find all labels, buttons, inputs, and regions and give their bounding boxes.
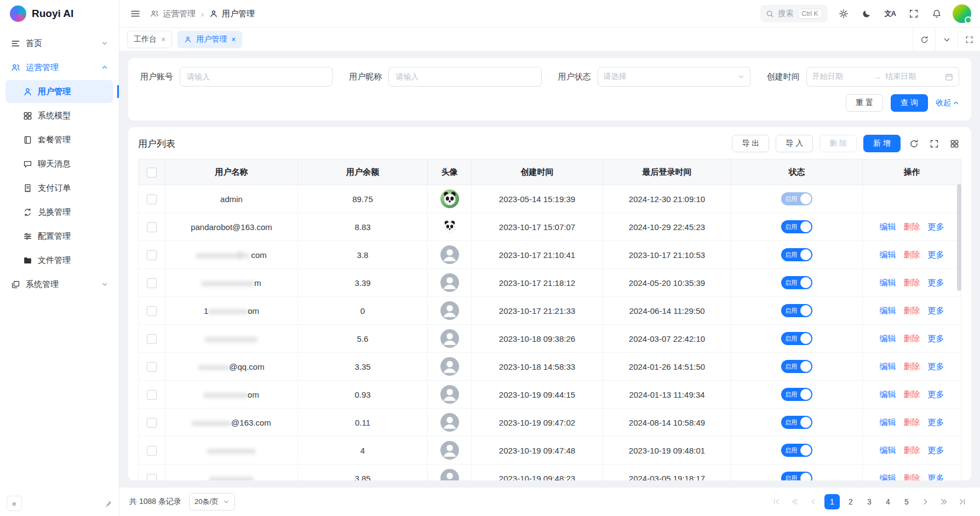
table-fullscreen-icon[interactable] (927, 137, 941, 151)
close-icon[interactable]: × (161, 36, 165, 43)
status-toggle[interactable]: 启用 (781, 388, 812, 401)
table-refresh-icon[interactable] (907, 137, 921, 151)
first-page-icon[interactable] (769, 494, 784, 509)
dark-mode-moon-icon[interactable] (859, 7, 874, 21)
delete-link[interactable]: 删除 (904, 362, 920, 371)
prev-5-pages-icon[interactable] (787, 494, 803, 509)
edit-link[interactable]: 编辑 (880, 222, 896, 231)
hamburger-menu-icon[interactable] (128, 7, 142, 21)
breadcrumb-current[interactable]: 用户管理 (209, 9, 255, 19)
sidebar-item-user-management[interactable]: 用户管理 (5, 80, 113, 103)
sidebar-item-file-management[interactable]: 文件管理 (5, 249, 113, 272)
row-checkbox[interactable] (147, 222, 157, 232)
delete-link[interactable]: 删除 (904, 222, 920, 231)
more-link[interactable]: 更多 (928, 250, 944, 259)
row-checkbox[interactable] (147, 194, 157, 204)
nickname-input[interactable] (394, 72, 535, 82)
status-select[interactable]: 请选择 (598, 67, 750, 87)
more-link[interactable]: 更多 (928, 334, 944, 343)
sidebar-item-package-management[interactable]: 套餐管理 (5, 128, 113, 151)
edit-link[interactable]: 编辑 (880, 250, 896, 259)
global-search[interactable]: 搜索 Ctrl K (760, 5, 828, 22)
delete-link[interactable]: 删除 (904, 389, 920, 399)
more-link[interactable]: 更多 (928, 222, 944, 231)
sidebar-collapse-button[interactable]: « (7, 496, 22, 511)
fullscreen-icon[interactable] (907, 7, 921, 21)
delete-link[interactable]: 删除 (904, 334, 920, 343)
more-link[interactable]: 更多 (928, 473, 944, 481)
sidebar-item-exchange-management[interactable]: 兑换管理 (5, 200, 113, 223)
status-toggle[interactable]: 启用 (781, 276, 812, 289)
row-checkbox[interactable] (147, 390, 157, 400)
language-translate-icon[interactable]: 文A (882, 7, 898, 21)
add-button[interactable]: 新 增 (863, 135, 901, 152)
column-settings-icon[interactable] (948, 137, 961, 151)
sidebar-item-home[interactable]: 首页 (5, 32, 113, 55)
status-toggle[interactable]: 启用 (781, 192, 812, 205)
search-button[interactable]: 查 询 (891, 94, 928, 112)
next-page-icon[interactable] (918, 494, 933, 509)
edit-link[interactable]: 编辑 (880, 362, 896, 371)
prev-page-icon[interactable] (806, 494, 821, 509)
edit-link[interactable]: 编辑 (880, 473, 896, 481)
settings-gear-icon[interactable] (836, 7, 851, 21)
status-toggle[interactable]: 启用 (781, 332, 812, 345)
page-button-2[interactable]: 2 (843, 494, 858, 509)
status-toggle[interactable]: 启用 (781, 472, 812, 480)
last-page-icon[interactable] (955, 494, 970, 509)
more-link[interactable]: 更多 (928, 389, 944, 399)
row-checkbox[interactable] (147, 278, 157, 288)
row-checkbox[interactable] (147, 306, 157, 316)
delete-link[interactable]: 删除 (904, 473, 920, 481)
content-fullscreen-icon[interactable] (958, 28, 980, 51)
select-all-checkbox[interactable] (147, 168, 157, 177)
tab-options-chevron-icon[interactable] (935, 28, 958, 51)
sidebar-item-system-management[interactable]: 系统管理 (5, 273, 113, 296)
status-toggle[interactable]: 启用 (781, 416, 812, 429)
user-avatar[interactable] (953, 4, 971, 23)
edit-link[interactable]: 编辑 (880, 334, 896, 343)
next-5-pages-icon[interactable] (936, 494, 952, 509)
refresh-icon[interactable] (913, 28, 935, 51)
page-button-3[interactable]: 3 (862, 494, 877, 509)
pin-icon[interactable] (104, 500, 112, 508)
edit-link[interactable]: 编辑 (880, 445, 896, 455)
delete-link[interactable]: 删除 (904, 306, 920, 315)
row-checkbox[interactable] (147, 474, 157, 480)
date-range-picker[interactable]: 开始日期 → 结束日期 (806, 67, 959, 87)
status-toggle[interactable]: 启用 (781, 304, 812, 317)
more-link[interactable]: 更多 (928, 417, 944, 427)
account-input[interactable] (186, 72, 326, 82)
tab-workbench[interactable]: 工作台 × (127, 31, 172, 48)
more-link[interactable]: 更多 (928, 278, 944, 287)
edit-link[interactable]: 编辑 (880, 306, 896, 315)
delete-button[interactable]: 删 除 (819, 135, 857, 152)
sidebar-item-operations[interactable]: 运营管理 (5, 56, 113, 79)
more-link[interactable]: 更多 (928, 445, 944, 455)
delete-link[interactable]: 删除 (904, 278, 920, 287)
row-checkbox[interactable] (147, 362, 157, 372)
delete-link[interactable]: 删除 (904, 445, 920, 455)
page-button-5[interactable]: 5 (899, 494, 914, 509)
sidebar-item-config-management[interactable]: 配置管理 (5, 225, 113, 248)
export-button[interactable]: 导 出 (732, 135, 769, 152)
status-toggle[interactable]: 启用 (781, 248, 812, 261)
row-checkbox[interactable] (147, 250, 157, 260)
delete-link[interactable]: 删除 (904, 417, 920, 427)
reset-button[interactable]: 重 置 (846, 94, 883, 112)
row-checkbox[interactable] (147, 446, 157, 456)
status-toggle[interactable]: 启用 (781, 220, 812, 233)
notifications-bell-icon[interactable] (930, 7, 944, 21)
page-button-4[interactable]: 4 (880, 494, 896, 509)
tab-user-management[interactable]: 用户管理 × (177, 31, 242, 48)
more-link[interactable]: 更多 (928, 362, 944, 371)
delete-link[interactable]: 删除 (904, 250, 920, 259)
edit-link[interactable]: 编辑 (880, 389, 896, 399)
more-link[interactable]: 更多 (928, 306, 944, 315)
collapse-filters-link[interactable]: 收起 (936, 98, 959, 108)
status-toggle[interactable]: 启用 (781, 444, 812, 457)
edit-link[interactable]: 编辑 (880, 417, 896, 427)
sidebar-item-chat-messages[interactable]: 聊天消息 (5, 152, 113, 175)
row-checkbox[interactable] (147, 334, 157, 344)
sidebar-item-payment-orders[interactable]: 支付订单 (5, 176, 113, 199)
